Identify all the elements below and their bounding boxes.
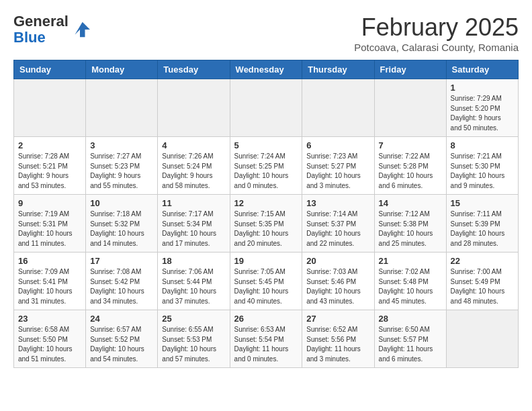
day-number: 7	[379, 140, 442, 150]
day-number: 10	[90, 198, 153, 208]
day-number: 21	[379, 256, 442, 266]
calendar-cell: 3Sunrise: 7:27 AM Sunset: 5:23 PM Daylig…	[86, 137, 158, 195]
calendar-cell: 26Sunrise: 6:53 AM Sunset: 5:54 PM Dayli…	[230, 310, 302, 368]
day-number: 27	[306, 314, 369, 324]
calendar-cell: 25Sunrise: 6:55 AM Sunset: 5:53 PM Dayli…	[158, 310, 230, 368]
day-info: Sunrise: 7:15 AM Sunset: 5:35 PM Dayligh…	[234, 210, 298, 248]
day-info: Sunrise: 7:02 AM Sunset: 5:48 PM Dayligh…	[379, 267, 442, 306]
calendar-cell: 20Sunrise: 7:03 AM Sunset: 5:46 PM Dayli…	[302, 253, 374, 310]
day-number: 16	[18, 256, 81, 266]
day-info: Sunrise: 7:03 AM Sunset: 5:46 PM Dayligh…	[306, 267, 369, 306]
day-number: 9	[18, 198, 81, 208]
day-number: 26	[234, 314, 298, 324]
calendar-cell: 8Sunrise: 7:21 AM Sunset: 5:30 PM Daylig…	[446, 137, 518, 195]
weekday-header: Thursday	[302, 60, 374, 79]
calendar-cell: 15Sunrise: 7:11 AM Sunset: 5:39 PM Dayli…	[446, 195, 518, 253]
calendar-cell: 6Sunrise: 7:23 AM Sunset: 5:27 PM Daylig…	[302, 137, 374, 195]
day-number: 18	[162, 256, 225, 266]
calendar-cell: 22Sunrise: 7:00 AM Sunset: 5:49 PM Dayli…	[446, 253, 518, 310]
day-info: Sunrise: 7:17 AM Sunset: 5:34 PM Dayligh…	[162, 210, 225, 248]
calendar-cell	[230, 79, 302, 137]
day-info: Sunrise: 6:52 AM Sunset: 5:56 PM Dayligh…	[306, 325, 369, 364]
svg-marker-0	[75, 22, 90, 38]
calendar-cell: 24Sunrise: 6:57 AM Sunset: 5:52 PM Dayli…	[86, 310, 158, 368]
day-info: Sunrise: 7:18 AM Sunset: 5:32 PM Dayligh…	[90, 210, 153, 248]
calendar-cell: 27Sunrise: 6:52 AM Sunset: 5:56 PM Dayli…	[302, 310, 374, 368]
calendar-cell: 7Sunrise: 7:22 AM Sunset: 5:28 PM Daylig…	[374, 137, 446, 195]
day-info: Sunrise: 7:22 AM Sunset: 5:28 PM Dayligh…	[379, 152, 442, 191]
weekday-header: Monday	[86, 60, 158, 79]
day-info: Sunrise: 7:27 AM Sunset: 5:23 PM Dayligh…	[90, 152, 153, 191]
location-subtitle: Potcoava, Calarasi County, Romania	[354, 42, 519, 53]
day-info: Sunrise: 6:57 AM Sunset: 5:52 PM Dayligh…	[90, 325, 153, 364]
calendar-cell: 16Sunrise: 7:09 AM Sunset: 5:41 PM Dayli…	[14, 253, 86, 310]
weekday-header: Sunday	[14, 60, 86, 79]
calendar-cell	[374, 79, 446, 137]
day-info: Sunrise: 7:12 AM Sunset: 5:38 PM Dayligh…	[379, 210, 442, 248]
day-number: 12	[234, 198, 298, 208]
day-info: Sunrise: 7:08 AM Sunset: 5:42 PM Dayligh…	[90, 267, 153, 306]
calendar-week-row: 23Sunrise: 6:58 AM Sunset: 5:50 PM Dayli…	[14, 310, 519, 368]
page-header: General Blue February 2025 Potcoava, Cal…	[13, 13, 519, 53]
logo: General Blue	[13, 13, 90, 46]
day-number: 4	[162, 140, 225, 150]
calendar-cell: 9Sunrise: 7:19 AM Sunset: 5:31 PM Daylig…	[14, 195, 86, 253]
day-info: Sunrise: 6:58 AM Sunset: 5:50 PM Dayligh…	[18, 325, 81, 364]
calendar-week-row: 9Sunrise: 7:19 AM Sunset: 5:31 PM Daylig…	[14, 195, 519, 253]
calendar-cell: 14Sunrise: 7:12 AM Sunset: 5:38 PM Dayli…	[374, 195, 446, 253]
calendar-cell: 19Sunrise: 7:05 AM Sunset: 5:45 PM Dayli…	[230, 253, 302, 310]
day-number: 20	[306, 256, 369, 266]
calendar-cell	[158, 79, 230, 137]
weekday-header: Saturday	[446, 60, 518, 79]
day-number: 19	[234, 256, 298, 266]
month-title: February 2025	[354, 13, 519, 42]
day-info: Sunrise: 7:00 AM Sunset: 5:49 PM Dayligh…	[451, 267, 514, 306]
calendar-cell	[302, 79, 374, 137]
calendar-week-row: 1Sunrise: 7:29 AM Sunset: 5:20 PM Daylig…	[14, 79, 519, 137]
logo-icon	[70, 19, 90, 40]
calendar-cell: 10Sunrise: 7:18 AM Sunset: 5:32 PM Dayli…	[86, 195, 158, 253]
day-info: Sunrise: 7:09 AM Sunset: 5:41 PM Dayligh…	[18, 267, 81, 306]
calendar-week-row: 16Sunrise: 7:09 AM Sunset: 5:41 PM Dayli…	[14, 253, 519, 310]
day-info: Sunrise: 7:29 AM Sunset: 5:20 PM Dayligh…	[451, 94, 514, 133]
calendar-cell	[446, 310, 518, 368]
calendar-cell: 28Sunrise: 6:50 AM Sunset: 5:57 PM Dayli…	[374, 310, 446, 368]
day-number: 14	[379, 198, 442, 208]
day-number: 6	[306, 140, 369, 150]
calendar-cell: 18Sunrise: 7:06 AM Sunset: 5:44 PM Dayli…	[158, 253, 230, 310]
day-number: 3	[90, 140, 153, 150]
calendar-cell	[14, 79, 86, 137]
logo-blue: Blue	[13, 29, 46, 46]
day-number: 5	[234, 140, 298, 150]
calendar-cell: 11Sunrise: 7:17 AM Sunset: 5:34 PM Dayli…	[158, 195, 230, 253]
calendar-cell: 23Sunrise: 6:58 AM Sunset: 5:50 PM Dayli…	[14, 310, 86, 368]
day-info: Sunrise: 7:23 AM Sunset: 5:27 PM Dayligh…	[306, 152, 369, 191]
weekday-header: Friday	[374, 60, 446, 79]
day-info: Sunrise: 6:50 AM Sunset: 5:57 PM Dayligh…	[379, 325, 442, 364]
day-number: 23	[18, 314, 81, 324]
day-info: Sunrise: 7:11 AM Sunset: 5:39 PM Dayligh…	[451, 210, 514, 248]
day-number: 25	[162, 314, 225, 324]
title-block: February 2025 Potcoava, Calarasi County,…	[354, 13, 519, 53]
calendar-table: SundayMondayTuesdayWednesdayThursdayFrid…	[13, 60, 519, 368]
day-info: Sunrise: 7:05 AM Sunset: 5:45 PM Dayligh…	[234, 267, 298, 306]
calendar-week-row: 2Sunrise: 7:28 AM Sunset: 5:21 PM Daylig…	[14, 137, 519, 195]
calendar-cell: 21Sunrise: 7:02 AM Sunset: 5:48 PM Dayli…	[374, 253, 446, 310]
calendar-cell	[86, 79, 158, 137]
day-number: 13	[306, 198, 369, 208]
calendar-cell: 2Sunrise: 7:28 AM Sunset: 5:21 PM Daylig…	[14, 137, 86, 195]
calendar-cell: 13Sunrise: 7:14 AM Sunset: 5:37 PM Dayli…	[302, 195, 374, 253]
day-info: Sunrise: 7:21 AM Sunset: 5:30 PM Dayligh…	[451, 152, 514, 191]
day-number: 28	[379, 314, 442, 324]
day-info: Sunrise: 7:19 AM Sunset: 5:31 PM Dayligh…	[18, 210, 81, 248]
weekday-header: Tuesday	[158, 60, 230, 79]
day-number: 17	[90, 256, 153, 266]
day-number: 15	[451, 198, 514, 208]
weekday-header: Wednesday	[230, 60, 302, 79]
calendar-cell: 17Sunrise: 7:08 AM Sunset: 5:42 PM Dayli…	[86, 253, 158, 310]
day-number: 2	[18, 140, 81, 150]
day-info: Sunrise: 7:28 AM Sunset: 5:21 PM Dayligh…	[18, 152, 81, 191]
calendar-cell: 12Sunrise: 7:15 AM Sunset: 5:35 PM Dayli…	[230, 195, 302, 253]
day-number: 24	[90, 314, 153, 324]
day-info: Sunrise: 7:06 AM Sunset: 5:44 PM Dayligh…	[162, 267, 225, 306]
